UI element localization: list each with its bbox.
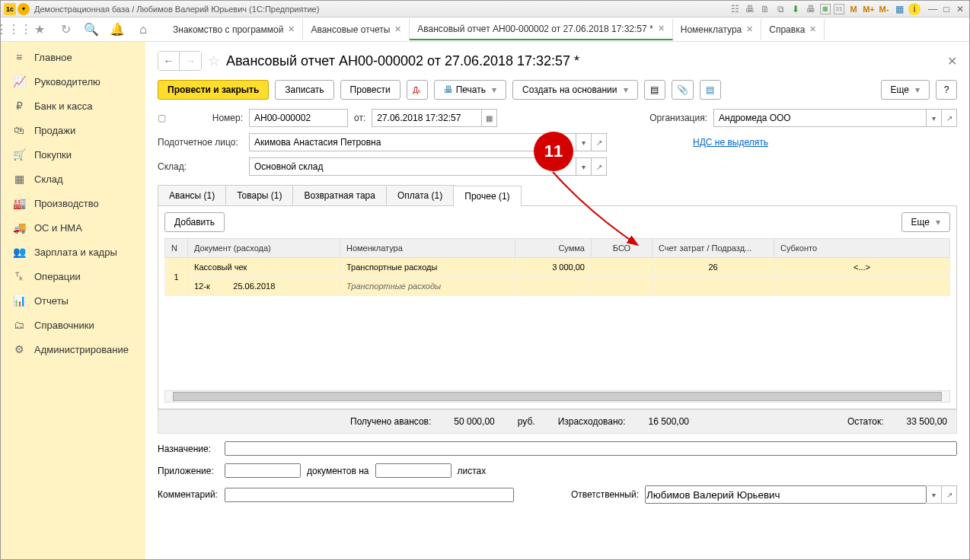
sidebar-item-purchases[interactable]: 🛒Покупки — [1, 142, 145, 167]
att-docs-field[interactable] — [225, 463, 301, 478]
attach-button[interactable]: 📎 — [672, 80, 694, 100]
sheets-label: листах — [458, 466, 487, 476]
resp-field[interactable] — [645, 485, 927, 504]
resp-open-button[interactable]: ↗ — [942, 485, 957, 504]
table-more-button[interactable]: Еще — [901, 212, 950, 232]
add-row-button[interactable]: Добавить — [164, 212, 225, 232]
close-icon[interactable]: ✕ — [394, 24, 401, 34]
sidebar-item-reports[interactable]: 📊Отчеты — [1, 288, 145, 313]
close-icon[interactable]: ✕ — [288, 24, 295, 34]
more-button[interactable]: Еще — [881, 80, 930, 100]
compare-icon[interactable]: ⧉ — [774, 3, 787, 15]
date-field[interactable] — [372, 109, 482, 127]
doctab-advances[interactable]: Авансы (1) — [158, 185, 226, 205]
person-open-button[interactable]: ↗ — [592, 133, 607, 151]
save-button[interactable]: Записать — [275, 80, 333, 100]
home-icon[interactable]: ⌂ — [136, 23, 150, 37]
col-sub[interactable]: Субконто — [774, 239, 950, 258]
doctab-other[interactable]: Прочее (1) — [453, 186, 521, 206]
tab-intro[interactable]: Знакомство с программой✕ — [165, 19, 303, 40]
number-field[interactable] — [249, 109, 348, 127]
doctab-goods[interactable]: Товары (1) — [225, 185, 293, 205]
help-button[interactable]: ? — [936, 80, 957, 100]
dest-field[interactable] — [225, 441, 957, 456]
tab-reports[interactable]: Авансовые отчеты✕ — [303, 19, 410, 40]
close-icon[interactable]: ✕ — [746, 24, 753, 34]
back-button[interactable]: ← — [158, 52, 180, 70]
sidebar-item-hamburger[interactable]: ≡Главное — [1, 45, 145, 69]
apps-icon[interactable]: ⋮⋮⋮ — [7, 23, 21, 37]
app-menu-dropdown[interactable]: ▾ — [18, 3, 30, 15]
table-row[interactable]: 1 Кассовый чек Транспортные расходы 3 00… — [165, 258, 950, 277]
resp-dropdown-button[interactable]: ▾ — [927, 485, 942, 504]
table-row-sub[interactable]: 12-к 25.06.2018 Транспортные расходы — [165, 277, 950, 296]
create-based-button[interactable]: Создать на основании — [512, 80, 638, 100]
post-and-close-button[interactable]: Провести и закрыть — [158, 80, 269, 100]
org-open-button[interactable]: ↗ — [942, 109, 957, 127]
sidebar-item-sales[interactable]: 🛍Продажи — [1, 118, 145, 142]
cell-bso — [592, 258, 653, 277]
sidebar-item-director[interactable]: 📈Руководителю — [1, 69, 145, 94]
favorite-star[interactable]: ☆ — [208, 52, 220, 69]
maximize-button[interactable]: □ — [940, 4, 952, 14]
toolbar-icon-1[interactable]: ☷ — [729, 3, 741, 15]
history-icon[interactable]: ↻ — [59, 23, 72, 37]
sidebar-item-production[interactable]: 🏭Производство — [1, 191, 145, 215]
m-icon[interactable]: M — [847, 3, 860, 15]
mminus-icon[interactable]: M- — [878, 3, 890, 15]
mplus-icon[interactable]: M+ — [863, 3, 875, 15]
docs-on-label: документов на — [307, 466, 369, 476]
dest-label: Назначение: — [158, 444, 219, 454]
print-icon[interactable]: 🖶 — [744, 3, 756, 15]
horizontal-scrollbar[interactable] — [164, 390, 950, 402]
tab-help[interactable]: Справка✕ — [761, 19, 825, 40]
col-nom[interactable]: Номенклатура — [340, 239, 515, 258]
date-picker-button[interactable]: ▦ — [482, 109, 497, 127]
calendar2-icon[interactable]: 31 — [834, 4, 844, 14]
forward-button[interactable]: → — [180, 52, 201, 70]
col-n[interactable]: N — [165, 239, 188, 258]
org-dropdown-button[interactable]: ▾ — [927, 109, 942, 127]
close-page-button[interactable]: ✕ — [947, 54, 957, 68]
calendar-icon[interactable]: ▦ — [820, 4, 831, 14]
doctab-payment[interactable]: Оплата (1) — [386, 185, 454, 205]
favorite-icon[interactable]: ★ — [33, 23, 46, 37]
close-icon[interactable]: ✕ — [809, 24, 816, 34]
col-acc[interactable]: Счет затрат / Подразд... — [653, 239, 774, 258]
person-dropdown-button[interactable]: ▾ — [576, 133, 592, 151]
sidebar-item-bank[interactable]: ₽Банк и касса — [1, 94, 145, 118]
save-icon[interactable]: ⬇ — [790, 3, 802, 15]
sidebar-item-admin[interactable]: ⚙Администрирование — [1, 337, 145, 361]
bell-icon[interactable]: 🔔 — [110, 23, 124, 37]
att-sheets-field[interactable] — [375, 463, 451, 478]
post-button[interactable]: Провести — [340, 80, 400, 100]
doctab-tara[interactable]: Возвратная тара — [292, 185, 387, 205]
dk-button[interactable]: Дₖ — [407, 80, 428, 100]
comment-field[interactable] — [225, 488, 514, 502]
vat-link[interactable]: НДС не выделять — [693, 137, 768, 148]
print2-icon[interactable]: 🖶 — [805, 3, 817, 15]
search-icon[interactable]: 🔍 — [85, 23, 98, 37]
close-icon[interactable]: ✕ — [658, 24, 665, 33]
tab-current-doc[interactable]: Авансовый отчет АН00-000002 от 27.06.201… — [410, 19, 672, 40]
tab-nomenclature[interactable]: Номенклатура✕ — [673, 19, 762, 40]
print-button[interactable]: 🖶Печать — [434, 80, 506, 100]
org-field[interactable] — [713, 109, 927, 127]
sidebar-item-refs[interactable]: 🗂Справочники — [1, 313, 145, 337]
warehouse-field[interactable] — [249, 158, 576, 176]
doc-icon[interactable]: 🗎 — [759, 3, 771, 15]
sidebar-item-assets[interactable]: 🚚ОС и НМА — [1, 215, 145, 240]
calc-icon[interactable]: ▦ — [893, 3, 905, 15]
received-value: 50 000,00 — [454, 416, 494, 427]
sidebar-item-operations[interactable]: ᵀₖОперации — [1, 264, 145, 288]
list-button[interactable]: ▤ — [700, 80, 721, 100]
sidebar-item-salary[interactable]: 👥Зарплата и кадры — [1, 240, 145, 264]
person-field[interactable] — [249, 133, 576, 151]
col-doc[interactable]: Документ (расхода) — [188, 239, 340, 258]
comment-label: Комментарий: — [158, 489, 219, 500]
close-button[interactable]: ✕ — [954, 4, 966, 14]
sidebar-item-stock[interactable]: ▦Склад — [1, 167, 145, 191]
minimize-button[interactable]: — — [927, 4, 939, 14]
info-icon[interactable]: i — [908, 3, 921, 15]
form-button-1[interactable]: ▤ — [644, 80, 665, 100]
